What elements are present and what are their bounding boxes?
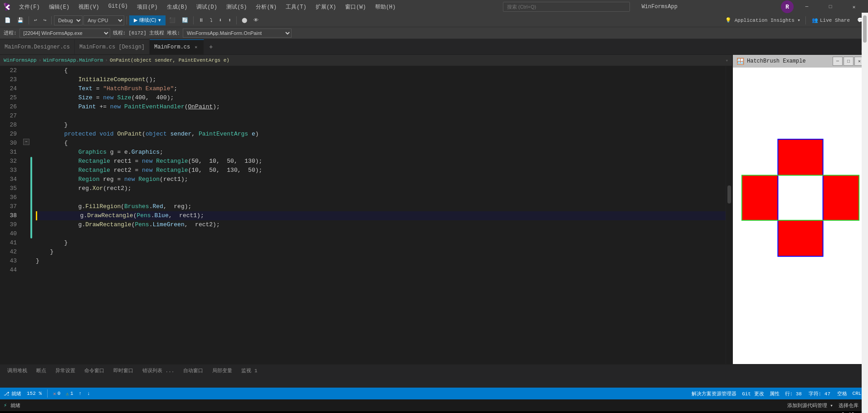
bottom-tab-exceptions[interactable]: 异常设置 (52, 366, 79, 375)
code-line-27[interactable] (36, 112, 726, 121)
maximize-button[interactable]: □ (820, 0, 841, 14)
source-control-button[interactable]: 添加到源代码管理 ▾ (787, 402, 833, 409)
code-line-44[interactable] (36, 266, 726, 275)
menu-edit[interactable]: 编辑(E) (45, 2, 73, 12)
menu-window[interactable]: 窗口(W) (341, 2, 370, 12)
code-line-29[interactable]: protected void OnPaint(object sender, Pa… (36, 130, 726, 139)
ready-label: 就绪 (10, 402, 20, 409)
code-line-26[interactable]: Paint += new PaintEventHandler(OnPaint); (36, 102, 726, 112)
app-insights-button[interactable]: 💡 Application Insights ▾ (722, 15, 803, 25)
menu-test[interactable]: 测试(S) (223, 2, 251, 12)
git-changes-link[interactable]: Git 更改 (742, 390, 764, 397)
error-count: 0 (58, 391, 61, 396)
tab-mainform-design[interactable]: MainForm.cs [Design] (75, 39, 150, 54)
menu-extensions[interactable]: 扩展(X) (312, 2, 340, 12)
preview-scrollbar[interactable] (862, 13, 868, 413)
code-line-23[interactable]: InitializeComponent(); (36, 75, 726, 84)
line-col-info[interactable]: 行: 38 字符: 47 空格 (785, 390, 847, 397)
tab-close-button[interactable]: ✕ (193, 44, 199, 50)
process-select[interactable]: [22044] WinFormsApp.exe (20, 29, 110, 38)
stack-select[interactable]: WinFormsApp.MainForm.OnPaint (183, 29, 292, 38)
bottom-tab-command[interactable]: 命令窗口 (81, 366, 108, 375)
menu-build[interactable]: 生成(B) (163, 2, 191, 12)
nav-up-button[interactable]: ↑ (78, 391, 82, 396)
preview-minimize-button[interactable]: ─ (833, 57, 843, 66)
zoom-level[interactable]: 152 % (27, 391, 42, 396)
code-line-32[interactable]: Rectangle rect1 = new Rectangle(50, 10, … (36, 157, 726, 166)
menu-debug[interactable]: 调试(D) (193, 2, 221, 12)
bottom-tab-watch[interactable]: 监视 1 (238, 366, 261, 375)
minimize-button[interactable]: ─ (796, 0, 817, 14)
run-button[interactable]: ▶ 继续(C) ▾ (129, 15, 165, 25)
menu-help[interactable]: 帮助(H) (371, 2, 400, 12)
collapse-button-29[interactable]: − (23, 139, 29, 145)
bottom-tab-locals[interactable]: 局部变量 (209, 366, 236, 375)
bottom-tab-auto[interactable]: 自动窗口 (180, 366, 207, 375)
step-over-button[interactable]: ⤵ (207, 15, 215, 25)
solution-explorer-link[interactable]: 解决方案资源管理器 (692, 390, 736, 397)
watch-button[interactable]: 👁 (251, 15, 261, 25)
cpu-select[interactable]: Any CPU (83, 15, 124, 25)
user-avatar[interactable]: R (781, 0, 794, 13)
code-line-33[interactable]: Rectangle rect2 = new Rectangle(10, 50, … (36, 166, 726, 175)
step-into-button[interactable]: ⬇ (216, 15, 225, 25)
code-line-30[interactable]: { (36, 139, 726, 148)
code-editor[interactable]: 22 23 24 25 26 27 28 29 30 31 32 33 34 3… (0, 66, 732, 364)
bottom-tab-breakpoints[interactable]: 断点 (33, 366, 50, 375)
menu-analyze[interactable]: 分析(N) (252, 2, 280, 12)
bottom-tab-immediate[interactable]: 即时窗口 (110, 366, 137, 375)
repo-button[interactable]: 选择仓库 ▾ (839, 402, 864, 409)
code-line-35[interactable]: reg.Xor(rect2); (36, 184, 726, 193)
scroll-thumb[interactable] (727, 185, 731, 204)
code-line-42[interactable]: } (36, 248, 726, 257)
menu-tools[interactable]: 工具(T) (282, 2, 310, 12)
code-line-43[interactable]: } (36, 257, 726, 266)
tab-mainform-designer[interactable]: MainForm.Designer.cs (0, 39, 75, 54)
menu-file[interactable]: 文件(F) (15, 2, 44, 12)
redo-button[interactable]: ↪ (41, 15, 49, 25)
new-tab-button[interactable]: + (204, 39, 218, 54)
menu-bar[interactable]: 文件(F) 编辑(E) 视图(V) Git(G) 项目(P) 生成(B) 调试(… (15, 2, 400, 12)
code-line-34[interactable]: Region reg = new Region(rect1); (36, 175, 726, 184)
vertical-scrollbar[interactable] (726, 66, 732, 364)
preview-maximize-button[interactable]: □ (844, 57, 853, 66)
code-line-24[interactable]: Text = "HatchBrush Example"; (36, 84, 726, 93)
nav-collapse-button[interactable]: ▾ (725, 58, 728, 63)
nav-down-button[interactable]: ↓ (87, 391, 90, 396)
code-line-40[interactable] (36, 229, 726, 238)
undo-button[interactable]: ↩ (31, 15, 40, 25)
code-line-28[interactable]: } (36, 121, 726, 130)
pause-button[interactable]: ⏸ (196, 15, 206, 25)
bottom-tab-callstack[interactable]: 调用堆栈 (4, 366, 31, 375)
code-line-25[interactable]: Size = new Size(400, 400); (36, 93, 726, 102)
code-line-41[interactable]: } (36, 238, 726, 248)
new-file-button[interactable]: 📄 (2, 15, 14, 25)
errors-indicator[interactable]: ✕ 0 (53, 391, 60, 397)
tab-mainform-cs[interactable]: MainForm.cs ✕ (150, 39, 204, 54)
code-line-37[interactable]: g.FillRegion(Brushes.Red, reg); (36, 202, 726, 211)
bottom-tab-errorlist[interactable]: 错误列表 ... (139, 366, 178, 375)
restart-button[interactable]: 🔄 (179, 15, 191, 25)
step-out-button[interactable]: ⬆ (225, 15, 234, 25)
stop-button[interactable]: ⬛ (166, 15, 178, 25)
live-share-button[interactable]: 👥 Live Share (808, 15, 853, 25)
code-line-36[interactable] (36, 193, 726, 202)
breakpoints-button[interactable]: ⬤ (239, 15, 250, 25)
code-content[interactable]: { InitializeComponent(); Text = "HatchBr… (34, 66, 726, 364)
code-line-38[interactable]: g.DrawRectangle(Pens.Blue, rect1); (36, 211, 726, 220)
code-line-31[interactable]: Graphics g = e.Graphics; (36, 148, 726, 157)
preview-scroll-thumb[interactable] (863, 15, 867, 43)
debug-config-select[interactable]: Debug (54, 15, 83, 25)
close-button[interactable]: ✕ (844, 0, 864, 14)
taskbar: 英 🔊 🌐 9:46 2023/9/27 🔔 (0, 411, 868, 413)
save-button[interactable]: 💾 (15, 15, 26, 25)
code-line-22[interactable]: { (36, 66, 726, 75)
branch-indicator[interactable]: ⎇ 就绪 (4, 390, 21, 397)
menu-view[interactable]: 视图(V) (75, 2, 103, 12)
properties-link[interactable]: 属性 (770, 390, 780, 397)
warnings-indicator[interactable]: ⚠ 1 (66, 391, 73, 397)
code-line-39[interactable]: g.DrawRectangle(Pens.LimeGreen, rect2); (36, 220, 726, 229)
menu-git[interactable]: Git(G) (105, 2, 132, 12)
menu-project[interactable]: 项目(P) (133, 2, 161, 12)
search-input[interactable] (503, 2, 630, 12)
